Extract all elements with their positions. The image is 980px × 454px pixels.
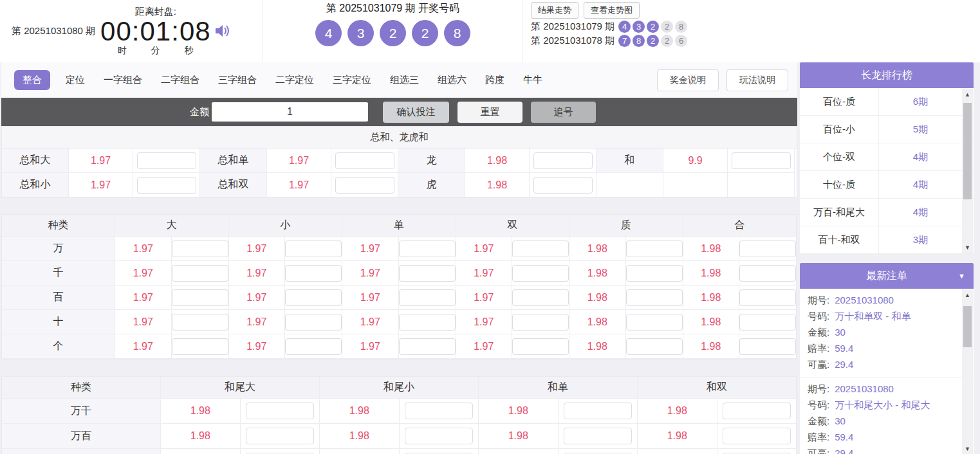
bet-amount-input[interactable] [405,428,473,444]
bet-amount-input[interactable] [399,265,456,282]
rules-info-button[interactable]: 玩法说明 [726,69,788,91]
bet-amount-input[interactable] [533,177,593,194]
bet-amount-input[interactable] [399,314,456,331]
bet-amount-input[interactable] [512,289,569,306]
latest-scroll-track[interactable] [962,301,973,443]
bet-amount-input[interactable] [732,152,791,169]
draw-title: 第 20251031079 期 开奖号码 [326,2,459,15]
speaker-icon[interactable] [214,23,230,42]
chase-number-button[interactable]: 追号 [531,102,596,123]
bet-amount-input[interactable] [723,403,791,419]
bet-amount-input[interactable] [137,152,196,169]
bet-amount-input[interactable] [405,403,473,419]
bet-amount-input[interactable] [285,314,342,331]
bet-amount-input[interactable] [285,265,342,282]
ranking-scroll-track[interactable] [962,100,973,242]
tab-11[interactable]: 牛牛 [523,70,542,90]
scroll-down-arrow[interactable]: ▼ [962,443,973,454]
bet-amount-input[interactable] [399,338,456,355]
bet-amount-input[interactable] [533,152,593,169]
bet-amount-input[interactable] [399,289,456,306]
bet-amount-input[interactable] [172,241,228,257]
bet-amount-input[interactable] [564,428,632,444]
odds-value: 1.98 [465,173,530,197]
bet-amount-input[interactable] [626,338,683,355]
bet-amount-input[interactable] [739,265,796,282]
view-trend-chart-button[interactable]: 查看走势图 [584,2,640,19]
scroll-up-arrow[interactable]: ▲ [962,289,973,301]
odds-value: 1.97 [456,261,513,286]
bet-amount-input[interactable] [172,338,228,355]
draw-ball: 3 [347,20,374,46]
bet-amount-input[interactable] [626,265,683,282]
bet-amount-input[interactable] [739,314,796,331]
tab-2[interactable]: 定位 [66,70,85,90]
latest-scroll-thumb[interactable] [963,306,972,347]
bet-amount-input[interactable] [739,289,796,306]
scroll-down-arrow[interactable]: ▼ [962,242,973,253]
right-sidebar: 长龙排行榜 百位-质6期百位-小5期个位-双4期十位-质4期万百-和尾大4期百十… [800,62,974,454]
scroll-up-arrow[interactable]: ▲ [962,89,973,100]
bet-amount-input[interactable] [335,177,394,194]
tab-5[interactable]: 三字组合 [218,70,257,90]
field-value: 30 [835,324,846,340]
entry-line: 金额:30 [808,413,966,429]
countdown-units: 时 分 秒 [100,45,211,57]
latest-scrollbar[interactable]: ▲ ▼ [962,289,973,454]
bet-amount-input[interactable] [739,241,796,257]
bet-amount-input[interactable] [512,265,569,282]
bet-amount-input[interactable] [246,428,314,444]
bet-amount-input[interactable] [246,403,314,419]
bet-amount-input[interactable] [512,314,569,331]
current-period-label: 第 20251031080 期 [12,25,95,37]
bet-amount-input[interactable] [626,314,683,331]
column-header: 和双 [638,377,797,399]
ranking-scrollbar[interactable]: ▲ ▼ [962,89,973,253]
bet-amount-input[interactable] [626,241,683,257]
unit-hour: 时 [118,45,127,57]
amount-input[interactable] [212,102,368,122]
bet-amount-input[interactable] [512,241,569,257]
bet-amount-input[interactable] [285,338,342,355]
result-trend-button[interactable]: 结果走势 [531,2,578,19]
tab-4[interactable]: 二字组合 [161,70,199,90]
bet-amount-input[interactable] [564,403,632,419]
tab-7[interactable]: 三字定位 [333,70,371,90]
ranking-scroll-thumb[interactable] [963,103,972,199]
odds-value: 1.98 [320,399,400,424]
reset-button[interactable]: 重置 [458,102,522,123]
bet-amount-input[interactable] [137,177,196,194]
prize-info-button[interactable]: 奖金说明 [657,69,719,91]
bet-input-cell [400,449,479,454]
tab-6[interactable]: 二字定位 [275,70,314,90]
bet-input-cell [530,149,596,173]
bet-amount-input[interactable] [172,265,228,282]
bet-input-cell [717,424,797,449]
tab-10[interactable]: 跨度 [485,70,504,90]
field-label: 号码: [808,397,829,413]
bet-amount-input[interactable] [626,289,683,306]
chevron-down-icon[interactable]: ▼ [958,272,965,280]
bet-amount-input[interactable] [723,428,791,444]
bet-amount-input[interactable] [399,241,456,257]
tab-3[interactable]: 一字组合 [104,70,142,90]
ranking-row: 百位-质6期 [800,88,974,116]
ranking-value: 4期 [879,171,974,198]
ranking-row: 百位-小5期 [800,116,974,143]
bet-amount-input[interactable] [335,152,394,169]
tab-9[interactable]: 组选六 [438,70,467,90]
bet-amount-input[interactable] [285,289,342,306]
tab-1[interactable]: 整合 [14,70,50,90]
entry-line: 赔率:59.4 [808,340,966,356]
confirm-bet-button[interactable]: 确认投注 [383,102,449,123]
bet-amount-input[interactable] [739,338,796,355]
bet-amount-input[interactable] [512,338,569,355]
bet-amount-input[interactable] [172,289,228,306]
tab-8[interactable]: 组选三 [390,70,419,90]
bet-entry: 期号:20251031080号码:万十和尾大小 - 和尾大金额:30赔率:59.… [800,377,974,454]
bet-amount-input[interactable] [285,241,342,257]
latest-bets-body: 期号:20251031080号码:万十和单双 - 和单金额:30赔率:59.4可… [800,289,974,454]
history-period: 第 20251031079 期 [531,21,615,33]
bet-amount-input[interactable] [172,314,228,331]
odds-value: 1.98 [638,399,717,424]
